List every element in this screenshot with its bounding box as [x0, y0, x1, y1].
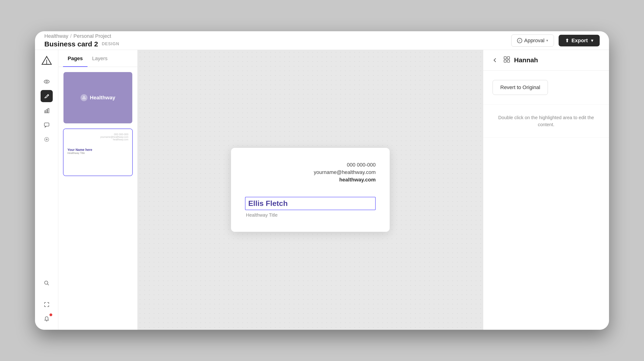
export-chevron-icon: ▾ — [591, 38, 593, 43]
thumb-card-2-title: Healthway Title — [68, 152, 128, 154]
approval-button[interactable]: ✓ Approval ▾ — [511, 34, 554, 47]
export-button[interactable]: ⬆ Export ▾ — [558, 35, 600, 46]
card-job-title: Healthway Title — [245, 212, 376, 218]
svg-rect-18 — [504, 60, 506, 62]
panel-hint-section: Double click on the highlighted area to … — [483, 105, 609, 138]
export-icon: ⬆ — [565, 38, 569, 43]
notification-dot — [50, 314, 52, 316]
svg-rect-9 — [44, 123, 49, 126]
page-title: Business card 2 — [44, 40, 98, 48]
back-button[interactable] — [490, 55, 500, 65]
sidebar: Pages Layers — [58, 50, 138, 330]
page-thumb-2[interactable]: 000 000-000 yourname@healthway.com healt… — [63, 128, 133, 176]
svg-rect-17 — [507, 57, 510, 59]
card-contact-info: 000 000-000 yourname@healthway.com healt… — [245, 162, 376, 183]
svg-rect-16 — [504, 57, 506, 59]
app-logo[interactable] — [40, 54, 54, 68]
thumb-card-1-inner: Healthway — [80, 94, 115, 101]
thumb-card-2-name: Your Name here — [68, 148, 128, 152]
thumb-card-2-info: 000 000-000 yourname@healthway.com healt… — [68, 133, 128, 141]
search-nav-icon[interactable] — [40, 277, 53, 289]
svg-point-12 — [44, 281, 48, 284]
top-bar: Healthway / Personal Project Business ca… — [35, 31, 609, 50]
chevron-down-icon: ▾ — [546, 38, 548, 43]
card-email: yourname@healthway.com — [245, 169, 376, 175]
svg-point-3 — [44, 80, 49, 83]
business-card-canvas[interactable]: 000 000-000 yourname@healthway.com healt… — [231, 148, 390, 232]
export-label: Export — [572, 37, 588, 44]
thumb-card-1-brand: Healthway — [90, 95, 115, 101]
top-bar-left: Healthway / Personal Project Business ca… — [44, 33, 119, 48]
svg-point-11 — [46, 138, 48, 140]
panel-revert-section: Revert to Original — [483, 71, 609, 104]
breadcrumb-separator: / — [70, 33, 72, 39]
page-title-row: Business card 2 DESIGN — [44, 40, 119, 48]
panel-title: Hannah — [514, 56, 538, 64]
panel-template-icon — [503, 56, 510, 65]
svg-rect-19 — [507, 60, 510, 62]
svg-point-4 — [46, 81, 47, 82]
eye-nav-icon[interactable] — [40, 75, 53, 88]
circle-nav-icon[interactable] — [40, 133, 53, 145]
sidebar-content: Healthway 000 000-000 yourname@healthway… — [58, 67, 138, 330]
revert-to-original-button[interactable]: Revert to Original — [492, 80, 548, 95]
page-thumb-1[interactable]: Healthway — [63, 72, 133, 124]
sidebar-tabs: Pages Layers — [58, 50, 138, 67]
svg-rect-7 — [46, 110, 47, 113]
card-website: healthway.com — [245, 177, 376, 183]
approval-check-icon: ✓ — [517, 38, 522, 43]
main-layout: Pages Layers — [35, 50, 609, 330]
tab-layers[interactable]: Layers — [88, 50, 112, 67]
svg-rect-6 — [44, 111, 46, 113]
card-phone: 000 000-000 — [245, 162, 376, 168]
edit-nav-icon[interactable] — [40, 90, 53, 102]
card-name-input[interactable] — [245, 197, 376, 210]
design-badge: DESIGN — [102, 41, 119, 46]
right-panel: Hannah Revert to Original Double click o… — [483, 50, 609, 330]
breadcrumb-company[interactable]: Healthway — [44, 33, 68, 39]
svg-rect-8 — [48, 108, 49, 113]
right-panel-header: Hannah — [483, 50, 609, 71]
device-frame: Healthway / Personal Project Business ca… — [35, 31, 609, 330]
expand-nav-icon[interactable] — [40, 299, 53, 311]
notification-nav-icon[interactable] — [40, 313, 53, 325]
breadcrumb-project[interactable]: Personal Project — [74, 33, 111, 39]
right-panel-content: Revert to Original Double click on the h… — [483, 71, 609, 330]
tab-pages[interactable]: Pages — [63, 50, 88, 67]
top-bar-right: ✓ Approval ▾ ⬆ Export ▾ — [511, 34, 600, 47]
comment-nav-icon[interactable] — [40, 119, 53, 131]
left-nav — [35, 50, 58, 330]
panel-hint-text: Double click on the highlighted area to … — [492, 114, 600, 128]
canvas-area: 000 000-000 yourname@healthway.com healt… — [138, 50, 483, 330]
svg-line-5 — [48, 95, 48, 96]
chart-nav-icon[interactable] — [40, 104, 53, 117]
approval-label: Approval — [524, 37, 544, 44]
thumb-card-1-bg: Healthway — [64, 72, 132, 123]
breadcrumb: Healthway / Personal Project — [44, 33, 119, 39]
card-name-input-area: Healthway Title — [245, 197, 376, 218]
thumb-card-2-content: 000 000-000 yourname@healthway.com healt… — [64, 129, 132, 176]
svg-line-13 — [47, 284, 49, 286]
